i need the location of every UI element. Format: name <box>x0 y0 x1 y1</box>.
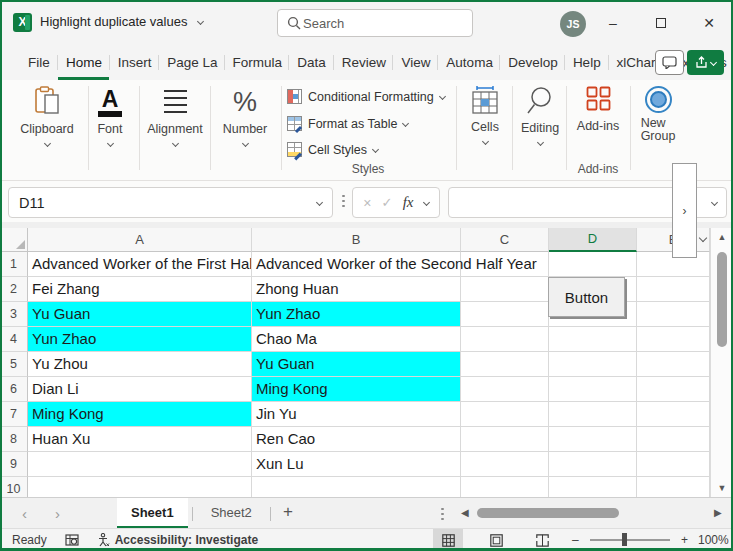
sheet-tab-sheet2[interactable]: Sheet2 <box>197 498 266 529</box>
cell-E6[interactable] <box>637 377 710 402</box>
column-header-A[interactable]: A <box>28 228 252 252</box>
zoom-level[interactable]: 100% <box>698 533 729 547</box>
cell-B10[interactable] <box>252 477 461 497</box>
search-box[interactable] <box>277 9 473 37</box>
column-header-B[interactable]: B <box>252 228 461 252</box>
cell-E7[interactable] <box>637 402 710 427</box>
cell-D8[interactable] <box>549 427 637 452</box>
cell-D1[interactable] <box>549 252 637 277</box>
sheet-nav-prev-icon[interactable]: ‹ <box>22 498 27 529</box>
cell-A3[interactable]: Yu Guan <box>28 302 252 327</box>
column-header-D[interactable]: D <box>549 228 637 252</box>
cell-E2[interactable] <box>637 277 710 302</box>
title-chevron-icon[interactable] <box>197 18 204 25</box>
cell-E3[interactable] <box>637 302 710 327</box>
row-header-6[interactable]: 6 <box>0 377 28 402</box>
cell-B1[interactable]: Advanced Worker of the Second Half Year <box>252 252 461 277</box>
macro-form-button[interactable]: Button <box>548 277 625 317</box>
scroll-up-icon[interactable]: ▲ <box>711 232 733 242</box>
name-box[interactable]: D11 <box>8 187 333 218</box>
cell-A4[interactable]: Yun Zhao <box>28 327 252 352</box>
cell-B9[interactable]: Xun Lu <box>252 452 461 477</box>
cell-A10[interactable] <box>28 477 252 497</box>
cell-D6[interactable] <box>549 377 637 402</box>
row-header-3[interactable]: 3 <box>0 302 28 327</box>
minimize-button[interactable]: – <box>596 8 630 38</box>
row-header-8[interactable]: 8 <box>0 427 28 452</box>
cell-E10[interactable] <box>637 477 710 497</box>
cell-D4[interactable] <box>549 327 637 352</box>
hscroll-left-icon[interactable]: ◀ <box>461 507 469 518</box>
row-header-5[interactable]: 5 <box>0 352 28 377</box>
conditional-formatting-button[interactable]: Conditional Formatting <box>287 89 445 104</box>
insert-function-icon[interactable]: fx <box>403 194 414 211</box>
ribbon-tab-review[interactable]: Review <box>334 48 393 80</box>
ribbon-tab-view[interactable]: View <box>393 48 437 80</box>
vertical-scroll-thumb[interactable] <box>717 252 727 347</box>
workbook-title[interactable]: Highlight duplicate values <box>40 14 203 29</box>
cell-D7[interactable] <box>549 402 637 427</box>
ribbon-tab-data[interactable]: Data <box>289 48 333 80</box>
cell-styles-button[interactable]: Cell Styles <box>287 142 378 157</box>
cell-C3[interactable] <box>461 302 549 327</box>
user-avatar[interactable]: JS <box>560 11 586 37</box>
formula-expand-chevron-icon[interactable] <box>711 199 718 206</box>
zoom-in-button[interactable]: + <box>681 533 688 547</box>
cell-E5[interactable] <box>637 352 710 377</box>
cell-B4[interactable]: Chao Ma <box>252 327 461 352</box>
sheet-tab-sheet1[interactable]: Sheet1 <box>117 498 188 529</box>
close-button[interactable]: ✕ <box>692 8 726 38</box>
cell-E4[interactable] <box>637 327 710 352</box>
ribbon-tab-automa[interactable]: Automa <box>438 48 499 80</box>
cell-C10[interactable] <box>461 477 549 497</box>
format-as-table-button[interactable]: Format as Table <box>287 116 408 131</box>
ribbon-tab-formula[interactable]: Formula <box>225 48 289 80</box>
cell-C6[interactable] <box>461 377 549 402</box>
cell-D9[interactable] <box>549 452 637 477</box>
horizontal-scroll-thumb[interactable] <box>477 508 619 518</box>
new-group-button[interactable]: NewGroup <box>636 86 680 143</box>
formula-bar-grip-icon[interactable] <box>342 195 345 207</box>
comments-button[interactable] <box>655 50 684 75</box>
cell-C7[interactable] <box>461 402 549 427</box>
ribbon-tab-page-la[interactable]: Page La <box>159 48 223 80</box>
cell-A6[interactable]: Dian Li <box>28 377 252 402</box>
accessibility-status[interactable]: Accessibility: Investigate <box>97 533 258 547</box>
row-header-4[interactable]: 4 <box>0 327 28 352</box>
zoom-slider-handle[interactable] <box>622 533 627 546</box>
ribbon-tab-home[interactable]: Home <box>58 48 109 80</box>
number-group-button[interactable]: % Number <box>216 86 274 146</box>
page-break-view-button[interactable] <box>527 529 557 551</box>
vertical-scrollbar[interactable]: ▲ ▼ <box>710 228 733 497</box>
cell-A9[interactable] <box>28 452 252 477</box>
cell-A5[interactable]: Yu Zhou <box>28 352 252 377</box>
enter-icon[interactable]: ✓ <box>382 195 393 210</box>
maximize-button[interactable] <box>644 8 678 38</box>
hscroll-right-icon[interactable]: ▶ <box>714 507 722 518</box>
normal-view-button[interactable] <box>433 529 463 551</box>
cell-A7[interactable]: Ming Kong <box>28 402 252 427</box>
new-sheet-button[interactable]: + <box>283 502 293 522</box>
ribbon-tab-develop[interactable]: Develop <box>500 48 564 80</box>
row-header-10[interactable]: 10 <box>0 477 28 497</box>
share-button[interactable] <box>687 50 724 75</box>
cell-B7[interactable]: Jin Yu <box>252 402 461 427</box>
zoom-out-button[interactable]: – <box>572 533 579 547</box>
editing-group-button[interactable]: Editing <box>515 86 565 145</box>
cell-B2[interactable]: Zhong Huan <box>252 277 461 302</box>
sheet-bar-dots-icon[interactable] <box>441 508 444 520</box>
ribbon-tab-insert[interactable]: Insert <box>110 48 159 80</box>
cell-A1[interactable]: Advanced Worker of the First Half Year <box>28 252 252 277</box>
alignment-group-button[interactable]: Alignment <box>143 86 207 146</box>
row-header-2[interactable]: 2 <box>0 277 28 302</box>
macro-record-icon[interactable] <box>65 533 79 547</box>
cancel-icon[interactable]: × <box>363 195 371 211</box>
excel-logo-icon[interactable]: X <box>13 13 32 32</box>
cell-A8[interactable]: Huan Xu <box>28 427 252 452</box>
addins-button[interactable]: Add-ins <box>572 86 624 133</box>
cells-group-button[interactable]: Cells <box>462 86 508 144</box>
cell-B5[interactable]: Yu Guan <box>252 352 461 377</box>
row-header-1[interactable]: 1 <box>0 252 28 277</box>
search-input[interactable] <box>301 15 441 32</box>
cell-E8[interactable] <box>637 427 710 452</box>
